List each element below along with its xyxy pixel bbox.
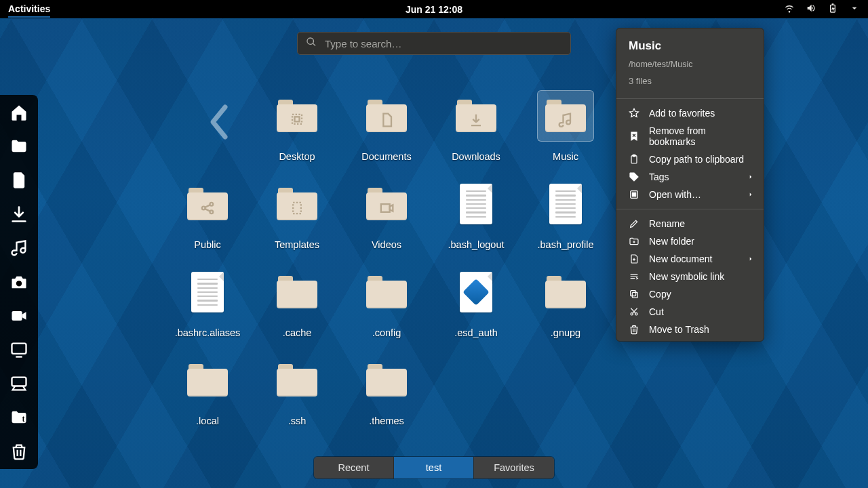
grid-item-label: Public xyxy=(194,239,221,250)
grid-item[interactable]: .cache xyxy=(252,268,342,356)
menu-item-label: Tags xyxy=(649,171,669,182)
context-count: 3 files xyxy=(629,76,751,86)
svg-rect-5 xyxy=(292,115,302,124)
grid-item[interactable]: .esd_auth xyxy=(431,268,521,356)
svg-rect-10 xyxy=(293,203,301,214)
menu-item-label: New folder xyxy=(649,236,694,247)
svg-rect-1 xyxy=(12,311,22,321)
grid-item[interactable]: Templates xyxy=(252,180,342,268)
wifi-icon xyxy=(784,3,795,16)
clipboard-icon xyxy=(629,154,639,165)
dash-trash[interactable] xyxy=(5,441,33,462)
grid-item-label: Documents xyxy=(361,151,411,162)
switcher-tab[interactable]: Recent xyxy=(314,457,394,479)
activities-button[interactable]: Activities xyxy=(8,3,50,18)
menu-item-label: Open with… xyxy=(649,189,701,200)
symlink-icon xyxy=(629,271,639,282)
grid-item[interactable]: Public xyxy=(163,180,252,268)
dash-videos[interactable] xyxy=(5,305,33,327)
svg-text:t: t xyxy=(22,415,25,423)
star-icon xyxy=(629,108,639,119)
menu-item[interactable]: Open with… xyxy=(616,186,764,203)
switcher-tab[interactable]: Favorites xyxy=(474,457,554,479)
menu-item[interactable]: New document xyxy=(616,250,764,268)
dash-pictures[interactable] xyxy=(5,271,33,293)
grid-item[interactable]: .bash_profile xyxy=(521,180,610,268)
newdoc-icon xyxy=(629,253,639,264)
context-path: /home/test/Music xyxy=(629,60,751,69)
search-box[interactable] xyxy=(297,32,571,55)
clock[interactable]: Jun 21 12:08 xyxy=(406,4,462,15)
grid-item-label: .bashrc.aliases xyxy=(175,327,241,338)
tag-icon xyxy=(629,171,639,182)
dash-music[interactable] xyxy=(5,237,33,259)
dash-documents[interactable] xyxy=(5,169,33,191)
svg-rect-16 xyxy=(632,192,635,196)
menu-item[interactable]: Add to favorites xyxy=(616,104,764,122)
menu-item-label: Remove from bookmarks xyxy=(649,125,751,147)
grid-item[interactable]: Music xyxy=(521,92,610,180)
grid-item-label: .config xyxy=(372,327,401,338)
grid-item[interactable]: Downloads xyxy=(431,92,521,180)
back-button[interactable] xyxy=(203,102,233,145)
menu-item[interactable]: Cut xyxy=(616,303,764,321)
switcher-tab[interactable]: test xyxy=(394,457,474,479)
svg-rect-17 xyxy=(632,292,637,298)
dash-downloads[interactable] xyxy=(5,203,33,225)
svg-rect-6 xyxy=(295,117,300,121)
menu-item[interactable]: New symbolic link xyxy=(616,268,764,285)
svg-point-20 xyxy=(635,313,637,315)
copy-icon xyxy=(629,289,639,300)
menu-item-label: Cut xyxy=(649,306,664,317)
svg-rect-3 xyxy=(12,378,26,386)
grid-item[interactable]: .ssh xyxy=(252,356,342,444)
menu-item-label: Copy xyxy=(649,289,671,300)
dash-network[interactable] xyxy=(5,373,33,394)
dash-files[interactable] xyxy=(5,136,33,157)
grid-item[interactable]: .gnupg xyxy=(521,268,610,356)
bookmark-x-icon xyxy=(629,131,639,142)
grid-item-label: .bash_profile xyxy=(537,239,593,250)
cut-icon xyxy=(629,306,639,317)
svg-point-8 xyxy=(210,203,214,206)
grid-item[interactable]: .config xyxy=(342,268,431,356)
grid-item-label: Videos xyxy=(372,239,401,250)
chevron-right-icon xyxy=(747,171,754,182)
dash-computer[interactable] xyxy=(5,339,33,361)
menu-item[interactable]: Move to Trash xyxy=(616,321,764,338)
dash-templates[interactable]: t xyxy=(5,407,33,428)
menu-item[interactable]: Tags xyxy=(616,168,764,186)
grid-item-label: Templates xyxy=(275,239,319,250)
grid-item-label: Downloads xyxy=(452,151,500,162)
grid-item-label: Music xyxy=(553,151,578,162)
chevron-right-icon xyxy=(747,253,754,264)
grid-item[interactable]: .local xyxy=(163,356,252,444)
menu-separator xyxy=(616,209,764,209)
grid-item[interactable]: .themes xyxy=(342,356,431,444)
menu-item[interactable]: Remove from bookmarks xyxy=(616,122,764,150)
menu-item[interactable]: Copy xyxy=(616,285,764,303)
search-input[interactable] xyxy=(323,37,562,50)
grid-item[interactable]: Desktop xyxy=(252,92,342,180)
dash: t xyxy=(0,95,38,469)
grid-item-label: .themes xyxy=(369,415,404,426)
grid-item[interactable]: .bashrc.aliases xyxy=(163,268,252,356)
menu-item[interactable]: Rename xyxy=(616,215,764,232)
grid-item[interactable]: Documents xyxy=(342,92,431,180)
context-title: Music xyxy=(629,39,751,53)
dash-home[interactable] xyxy=(5,102,33,123)
svg-rect-11 xyxy=(381,204,390,212)
file-grid: DesktopDocumentsDownloadsMusicPublicTemp… xyxy=(163,92,637,444)
grid-item-label: .cache xyxy=(283,327,312,338)
grid-item[interactable]: Videos xyxy=(342,180,431,268)
top-panel: Activities Jun 21 12:08 xyxy=(0,0,868,18)
menu-item[interactable]: Copy path to clipboard xyxy=(616,150,764,168)
grid-item[interactable]: .bash_logout xyxy=(431,180,521,268)
volume-icon xyxy=(806,3,816,16)
svg-point-19 xyxy=(631,313,633,315)
system-menu[interactable] xyxy=(784,3,860,16)
menu-item[interactable]: New folder xyxy=(616,232,764,250)
svg-point-9 xyxy=(210,211,214,214)
chevron-right-icon xyxy=(747,189,754,200)
menu-item-label: Add to favorites xyxy=(649,108,715,119)
